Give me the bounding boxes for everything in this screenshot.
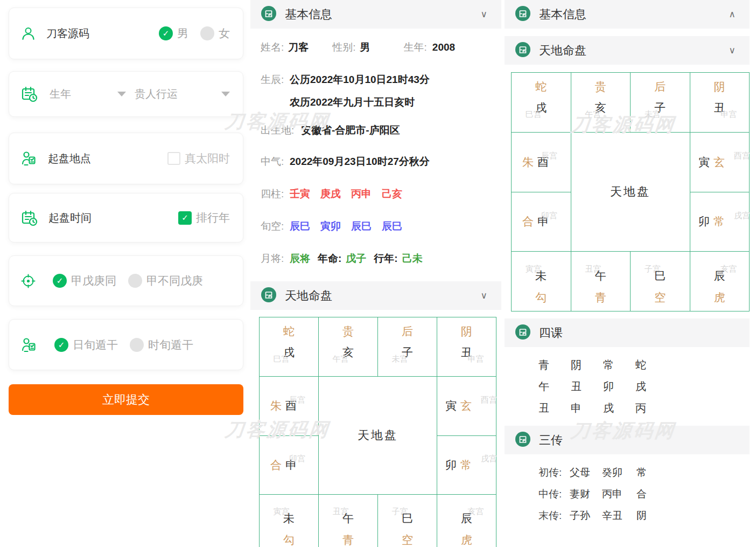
checkbox-unchecked-icon <box>167 152 180 165</box>
sanchuan-row: 中传:妻财丙申合 <box>538 487 647 501</box>
app-logo-icon <box>261 6 276 23</box>
pan-cell: 阴丑申宫 <box>437 317 496 377</box>
panel-sike-header[interactable]: 四课 <box>505 318 750 347</box>
pan-cell: 蛇戌巳宫 <box>512 73 571 133</box>
chevron-down-icon[interactable]: ∨ <box>481 9 487 20</box>
time-field[interactable]: 起盘时间 <box>48 211 92 225</box>
panel-sanchuan-header[interactable]: 三传 <box>505 426 750 454</box>
pan-cell: 子宫巳空 <box>631 252 690 311</box>
sanchuan-row: 初传:父母癸卯常 <box>538 466 647 480</box>
chevron-up-icon[interactable]: ∧ <box>729 9 736 20</box>
info-row-birthplace: 出生地:安徽省-合肥市-庐阳区 <box>261 123 400 137</box>
right-column: 基本信息 ∧ 天地命盘 ∨ 蛇戌巳宫 贵亥午宫 后子未宫 阴丑申宫 朱酉辰宫 天… <box>505 0 750 547</box>
panel-basic-info-header-collapsed[interactable]: 基本信息 ∧ <box>505 0 750 29</box>
info-row-birth: 生辰:公历2022年10月10日21时43分 <box>261 73 430 87</box>
caret-down-icon <box>221 92 230 96</box>
pan-cell: 丑宫午青 <box>319 495 378 547</box>
birthplace-value: 安徽省-合肥市-庐阳区 <box>301 124 400 136</box>
pan-cell: 朱酉辰宫 <box>260 377 319 436</box>
panel-pan-header[interactable]: 天地命盘 ∨ <box>250 281 501 310</box>
sike-row: 午丑卯戌 <box>538 379 668 394</box>
jia-diff-radio[interactable]: 甲不同戊庚 <box>128 273 203 288</box>
app-logo-icon <box>515 432 530 449</box>
pan-cell: 亥宫辰虎 <box>690 252 750 311</box>
info-row-sizhu: 四柱:壬寅庚戌丙申己亥 <box>261 187 412 201</box>
birth-year-select[interactable]: 生年 <box>50 87 117 101</box>
panel-title: 基本信息 <box>285 6 332 23</box>
pan-cell: 寅宫未勾 <box>260 495 319 547</box>
sike-row: 青阴常蛇 <box>538 358 668 372</box>
pan-cell: 寅玄酉宫 <box>690 133 750 192</box>
xun-rule-card: ✓ 日旬遁干 时旬遁干 <box>9 319 243 370</box>
jia-rule-card: ✓ 甲戊庚同 甲不同戊庚 <box>9 255 243 306</box>
pan-cell: 朱酉辰宫 <box>512 133 571 192</box>
radio-unchecked-icon <box>130 338 144 352</box>
radio-unchecked-icon <box>128 274 142 288</box>
location-card: 起盘地点 真太阳时 <box>9 133 243 184</box>
pan-cell: 卯常戌宫 <box>437 436 496 495</box>
rank-year-checkbox[interactable]: ✓ 排行年 <box>178 210 230 225</box>
jia-same-radio[interactable]: ✓ 甲戊庚同 <box>53 273 116 288</box>
pan-cell: 贵亥午宫 <box>571 73 631 133</box>
target-icon <box>21 274 36 288</box>
pan-cell: 寅玄酉宫 <box>437 377 496 436</box>
panel-pan-header[interactable]: 天地命盘 ∨ <box>505 36 750 65</box>
sanchuan-row: 末传:子孙辛丑阴 <box>538 509 647 523</box>
true-solar-checkbox[interactable]: 真太阳时 <box>167 151 230 166</box>
pan-cell: 亥宫辰虎 <box>437 495 496 547</box>
radio-checked-icon: ✓ <box>53 274 67 288</box>
pan-center-cell: 天地盘 <box>319 377 437 495</box>
radio-checked-icon: ✓ <box>159 26 173 40</box>
calendar-clock-icon <box>21 210 38 226</box>
panel-title: 三传 <box>539 432 563 448</box>
pan-cell: 后子未宫 <box>378 317 437 377</box>
calendar-clock-icon <box>21 86 38 102</box>
panel-basic-info-header[interactable]: 基本信息 ∨ <box>250 0 501 29</box>
info-row-yuejiang: 月将:辰将年命:戊子行年:己未 <box>261 252 423 266</box>
panel-title: 四课 <box>539 325 563 341</box>
submit-button[interactable]: 立即提交 <box>9 384 243 415</box>
day-xun-radio[interactable]: ✓ 日旬遁干 <box>54 337 118 352</box>
info-row-name-gender-year: 姓名:刀客性别:男生年:2008 <box>261 40 455 54</box>
time-card: 起盘时间 ✓ 排行年 <box>9 193 243 243</box>
pan-cell: 合申卯宫 <box>512 192 571 252</box>
pan-grid: 蛇戌巳宫 贵亥午宫 后子未宫 阴丑申宫 朱酉辰宫 天地盘 寅玄酉宫 合申卯宫 卯… <box>259 317 496 547</box>
pan-cell: 后子未宫 <box>631 73 690 133</box>
info-row-birth-lunar: 农历2022年九月十五日亥时 <box>290 95 415 109</box>
pan-cell: 阴丑申宫 <box>690 73 750 133</box>
birth-year-card: 生年 贵人行运 <box>9 71 243 117</box>
sike-row: 丑申戌丙 <box>538 401 668 416</box>
caret-down-icon <box>117 92 126 96</box>
checkbox-checked-icon: ✓ <box>178 211 192 225</box>
panel-title: 基本信息 <box>539 6 586 23</box>
chevron-down-icon[interactable]: ∨ <box>729 45 736 56</box>
info-row-xunkong: 旬空:辰巳寅卯辰巳辰巳 <box>261 219 412 233</box>
radio-checked-icon: ✓ <box>54 338 68 352</box>
app-logo-icon <box>261 287 276 304</box>
chevron-down-icon[interactable]: ∨ <box>481 290 487 301</box>
radio-unchecked-icon <box>200 26 214 40</box>
location-field[interactable]: 起盘地点 <box>48 151 91 166</box>
birth-lunar: 农历2022年九月十五日亥时 <box>290 96 415 108</box>
hour-xun-radio[interactable]: 时旬遁干 <box>130 337 193 352</box>
name-gender-card: 刀客源码 ✓ 男 女 <box>9 8 243 59</box>
app-logo-icon <box>515 324 530 342</box>
pan-center-cell: 天地盘 <box>571 133 690 252</box>
pan-cell: 蛇戌巳宫 <box>260 317 319 377</box>
person-checklist-icon <box>21 337 37 353</box>
person-checklist-icon <box>21 150 37 167</box>
user-icon <box>21 26 36 41</box>
middle-column: 基本信息 ∨ 姓名:刀客性别:男生年:2008 生辰:公历2022年10月10日… <box>250 0 501 547</box>
pan-grid: 蛇戌巳宫 贵亥午宫 后子未宫 阴丑申宫 朱酉辰宫 天地盘 寅玄酉宫 合申卯宫 卯… <box>511 72 750 311</box>
noble-select[interactable]: 贵人行运 <box>135 87 198 101</box>
name-value: 刀客 <box>288 41 309 53</box>
panel-title: 天地命盘 <box>539 43 586 59</box>
pan-cell: 丑宫午青 <box>571 252 631 311</box>
pan-cell: 寅宫未勾 <box>512 252 571 311</box>
year-value: 2008 <box>432 41 455 53</box>
gender-male-radio[interactable]: ✓ 男 <box>159 26 188 41</box>
name-input[interactable]: 刀客源码 <box>46 26 89 41</box>
gender-value: 男 <box>360 41 370 53</box>
gender-female-radio[interactable]: 女 <box>200 26 230 41</box>
pan-cell: 贵亥午宫 <box>319 317 378 377</box>
